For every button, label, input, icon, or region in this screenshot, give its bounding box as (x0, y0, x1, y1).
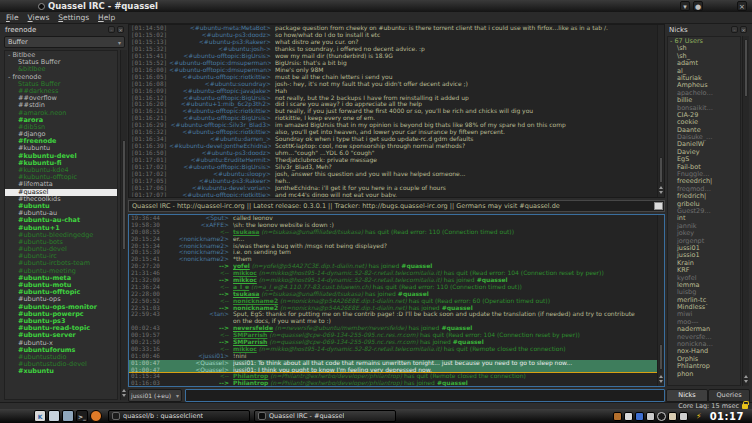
dock-float-icon[interactable]: ◦ (108, 26, 115, 33)
nick-item[interactable]: Krain (668, 260, 740, 267)
buffer-item[interactable]: #ubuntu-offtopic (5, 289, 117, 296)
buffer-item[interactable]: #ubuntu-ops (5, 296, 117, 303)
buffer-item[interactable]: ##overflow (5, 95, 117, 102)
buffer-item[interactable]: #ubuntu+1 (5, 225, 117, 232)
dock-close-icon[interactable]: × (740, 26, 747, 33)
menu-help[interactable]: Help (98, 13, 115, 22)
nick-item[interactable]: Daviey (668, 149, 740, 156)
buffer-item[interactable]: #ubuntustudio-devel (5, 361, 117, 368)
buffer-item[interactable]: #ubuntuforums (5, 347, 117, 354)
chat-monitor-view[interactable]: [01:14:50]<#ubuntu-meta:MetaBot>package … (128, 24, 665, 198)
nick-item[interactable]: phon (668, 371, 740, 378)
nick-item[interactable]: Daante (668, 127, 740, 134)
buffer-item[interactable]: #dib5sn (5, 124, 117, 131)
tab-nicks[interactable]: Nicks (666, 389, 708, 402)
buffer-item[interactable]: Status Buffer (5, 59, 117, 66)
nick-item[interactable]: KRF (668, 267, 740, 274)
nick-item[interactable]: adamt (668, 60, 740, 67)
buffer-item[interactable]: &bitlbee (5, 66, 117, 73)
nick-item[interactable]: Philantrop (668, 363, 740, 370)
nick-item[interactable]: billie (668, 97, 740, 104)
nick-item[interactable]: int (668, 215, 740, 222)
buffer-item[interactable]: #ubuntustudio (5, 354, 117, 361)
buffer-item[interactable]: - Bitlbee (5, 52, 117, 59)
nick-item[interactable]: lemma (668, 282, 740, 289)
nick-item[interactable]: merlin-tc (668, 297, 740, 304)
nick-item[interactable]: \sh_ (668, 53, 740, 60)
screen-tray-icon[interactable] (635, 412, 644, 421)
package-tray-icon[interactable] (613, 412, 622, 421)
buffer-item[interactable]: ##stdin (5, 102, 117, 109)
buffer-item[interactable]: #ubuntu-irc (5, 253, 117, 260)
buffer-item[interactable]: #thecoolkids (5, 196, 117, 203)
screens-icon[interactable] (62, 410, 74, 422)
buffer-item[interactable]: #quassel (5, 189, 117, 196)
nick-item[interactable]: jannik (668, 223, 740, 230)
buffer-item[interactable]: #xubuntu (5, 368, 117, 375)
buffer-item[interactable]: #kubuntu (5, 145, 117, 152)
nick-item[interactable]: Daisuke_… (668, 134, 740, 141)
buffer-item[interactable]: #ubuntu-server (5, 332, 117, 339)
nick-selector[interactable]: jussi01 (+eu) ▾ (128, 389, 182, 402)
buffer-item[interactable]: #ubuntu (5, 203, 117, 210)
channel-chat-view[interactable]: 19:36:44<Sput>called leonov19:58:30<xAFF… (128, 214, 665, 387)
buffer-item[interactable]: #kubuntu-devel (5, 153, 117, 160)
show-desktop-icon[interactable] (48, 410, 60, 422)
power-icon[interactable]: ⚡ (696, 412, 702, 421)
buffer-item[interactable]: #ubuntu-ps3 (5, 318, 117, 325)
nick-item[interactable]: luisbg (668, 289, 740, 296)
dock-float-icon[interactable]: ◦ (731, 26, 738, 33)
buffer-item[interactable]: #ubuntu-read-topic (5, 325, 117, 332)
nick-item[interactable]: bonsaikit… (668, 105, 740, 112)
nick-item[interactable]: EgS (668, 156, 740, 163)
buffer-item[interactable]: #ubuntu-bleedingedge (5, 232, 117, 239)
nick-item[interactable]: friedrich| (668, 193, 740, 200)
buffer-item[interactable]: #kubuntu-offtopic (5, 174, 117, 181)
buffer-item[interactable]: #ubuntu-meta (5, 275, 117, 282)
buffer-item[interactable]: #ubuntu-meeting (5, 268, 117, 275)
buffer-item[interactable]: Status Buffer (5, 81, 117, 88)
nick-item[interactable]: DanielW (668, 141, 740, 148)
nick-item[interactable]: kyofel (668, 275, 740, 282)
nick-item[interactable]: Fail-bot (668, 164, 740, 171)
nick-group-header[interactable]: - 67 Users (668, 38, 740, 45)
menu-file[interactable]: File (6, 13, 19, 22)
buffer-item[interactable]: #django (5, 131, 117, 138)
scrollbar-handle[interactable] (122, 140, 126, 250)
nick-item[interactable]: gribelu (668, 201, 740, 208)
nick-item[interactable]: nox-Hand (668, 348, 740, 355)
buffer-item[interactable]: #ubuntu-ops-monitor (5, 304, 117, 311)
nick-item[interactable]: moo--- (668, 319, 740, 326)
topic-edit-icon[interactable] (654, 202, 663, 210)
topic-bar[interactable]: Quassel IRC - http://quassel-irc.org || … (128, 200, 665, 212)
scrollbar-handle[interactable] (659, 344, 663, 370)
nick-item[interactable]: neversfe… (668, 334, 740, 341)
nick-item[interactable]: Ampheus (668, 82, 740, 89)
nick-item[interactable]: coekie (668, 119, 740, 126)
close-button[interactable]: × (737, 1, 747, 11)
buffer-item[interactable]: #ubuntu-bots (5, 239, 117, 246)
buffer-item[interactable]: #ubuntu-au (5, 210, 117, 217)
buffer-item[interactable]: - freenode (5, 74, 117, 81)
nick-item[interactable]: jussi01 (668, 245, 740, 252)
title-bar[interactable]: Quassel IRC - #quassel ▾ ● × (0, 0, 752, 12)
nick-list-scrollbar[interactable] (742, 36, 749, 386)
firefox-icon[interactable] (90, 410, 102, 422)
menu-settings[interactable]: Settings (58, 13, 89, 22)
shade-button[interactable]: ▾ (680, 1, 690, 11)
scrollbar-handle[interactable] (659, 157, 663, 183)
nick-item[interactable]: CIA-29 (668, 112, 740, 119)
nick-dock-header[interactable]: Nicks ◦ × (666, 24, 750, 35)
pen-tray-icon[interactable] (646, 412, 655, 421)
buffer-item[interactable]: #kubuntu-kde4 (5, 167, 117, 174)
nick-item[interactable]: \sh (668, 45, 740, 52)
buffer-item[interactable]: ##darkness (5, 88, 117, 95)
dock-close-icon[interactable]: × (117, 26, 124, 33)
buffer-item[interactable]: #freenode (5, 138, 117, 145)
klipper-icon[interactable] (624, 412, 633, 421)
maximize-button[interactable]: ● (693, 1, 703, 11)
taskbar-task[interactable]: Quassel IRC - #quassel (254, 410, 396, 422)
nick-item[interactable]: Orphis (668, 356, 740, 363)
buffer-dock-header[interactable]: freenode ◦ × (2, 24, 127, 35)
nick-item[interactable]: naderman (668, 326, 740, 333)
